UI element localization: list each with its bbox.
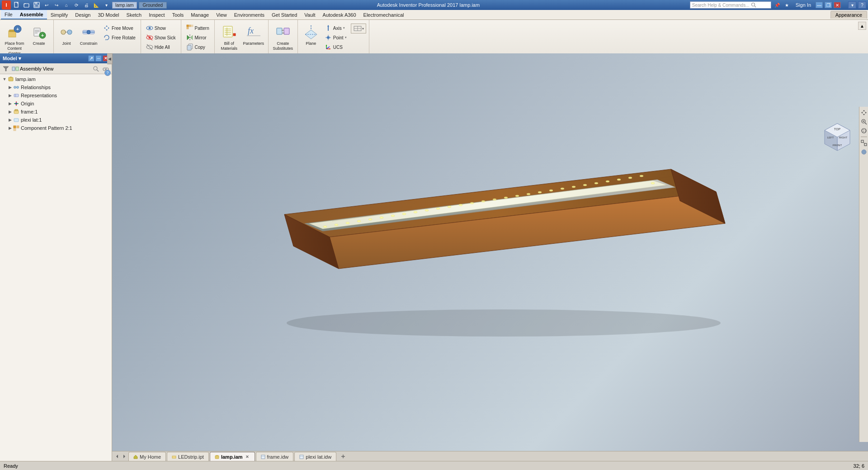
- view-dropdown-btn[interactable]: ▾: [351, 24, 366, 33]
- bill-of-materials-btn[interactable]: Bill ofMaterials: [217, 22, 241, 52]
- free-move-btn[interactable]: Free Move: [101, 24, 138, 33]
- tree-item-representations[interactable]: ▶ Representations: [0, 91, 112, 100]
- show-sick-btn[interactable]: Show Sick: [144, 33, 178, 42]
- svg-point-17: [61, 30, 66, 34]
- panel-float-btn[interactable]: ↗: [88, 55, 94, 62]
- appearance-tab[interactable]: Appearance: [830, 11, 867, 19]
- free-rotate-btn[interactable]: Free Rotate: [101, 33, 138, 42]
- menu-tools[interactable]: Tools: [169, 10, 188, 19]
- viewcube[interactable]: RIGHT LEFT TOP FRONT: [821, 121, 854, 155]
- tree-item-relationships[interactable]: ▶ Relationships: [0, 83, 112, 91]
- restore-btn[interactable]: ❐: [825, 2, 832, 8]
- expand-plexi-lat[interactable]: ▶: [7, 117, 13, 123]
- panel-minimize-btn[interactable]: ─: [95, 55, 102, 62]
- show-btn[interactable]: Show: [144, 24, 178, 33]
- help-btn[interactable]: ?: [858, 1, 866, 9]
- redo-btn[interactable]: ↪: [52, 1, 61, 9]
- menu-manage[interactable]: Manage: [187, 10, 212, 19]
- undo-btn[interactable]: ↩: [42, 1, 51, 9]
- menu-electromechanical[interactable]: Electromechanical: [360, 10, 408, 19]
- assembly-view-btn[interactable]: Assembly View: [12, 65, 53, 72]
- menu-3dmodel[interactable]: 3D Model: [94, 10, 123, 19]
- tab-lamp-iam-close[interactable]: ✕: [245, 454, 250, 460]
- expand-lamp-iam[interactable]: ▼: [2, 76, 7, 82]
- tree-item-plexi-lat[interactable]: ▶ plexi lat:1: [0, 116, 112, 124]
- viewport[interactable]: RIGHT LEFT TOP FRONT: [112, 53, 868, 461]
- tree-item-component-pattern[interactable]: ▶ Component Pattern 2:1: [0, 124, 112, 132]
- expand-relationships[interactable]: ▶: [7, 85, 13, 90]
- panel-collapse-handle[interactable]: ◀: [107, 53, 113, 64]
- point-btn[interactable]: Point▾: [322, 33, 349, 42]
- menu-autodesk360[interactable]: Autodesk A360: [319, 10, 360, 19]
- menu-environments[interactable]: Environments: [231, 10, 268, 19]
- svg-rect-166: [261, 455, 265, 459]
- tree-item-frame[interactable]: ▶ frame:1: [0, 108, 112, 116]
- expand-component-pattern[interactable]: ▶: [7, 125, 13, 131]
- expand-origin[interactable]: ▶: [7, 101, 13, 106]
- expand-representations[interactable]: ▶: [7, 93, 13, 98]
- tree-item-origin[interactable]: ▶ Origin: [0, 100, 112, 108]
- model-tree: ▼ lamp.iam ▶ Relationships ▶ Representat…: [0, 74, 112, 461]
- joint-btn[interactable]: Joint: [57, 22, 76, 52]
- constrain-btn[interactable]: Constrain: [77, 22, 100, 52]
- open-btn[interactable]: [23, 1, 31, 9]
- place-from-content-center-btn[interactable]: + Place fromContent Center: [3, 22, 26, 57]
- tree-filter-btn[interactable]: [2, 65, 10, 73]
- tab-lamp-iam[interactable]: lamp.iam ✕: [210, 452, 255, 461]
- filename-dropdown[interactable]: lamp.iam: [112, 2, 137, 9]
- pattern-btn[interactable]: Pattern: [184, 24, 212, 33]
- measure-btn[interactable]: 📐: [92, 1, 100, 9]
- mirror-btn[interactable]: Mirror: [184, 33, 212, 42]
- environment-dropdown[interactable]: Grounded: [139, 2, 167, 9]
- help-dropdown-btn[interactable]: ▾: [848, 1, 856, 9]
- menu-assemble[interactable]: Assemble: [16, 10, 47, 19]
- save-btn[interactable]: [33, 1, 41, 9]
- update-btn[interactable]: ⟳: [72, 1, 80, 9]
- hide-all-btn[interactable]: Hide All: [144, 43, 178, 52]
- create-btn[interactable]: + Create: [27, 22, 51, 52]
- menu-view[interactable]: View: [212, 10, 231, 19]
- menu-inspect[interactable]: Inspect: [145, 10, 168, 19]
- close-btn[interactable]: ✕: [834, 2, 841, 8]
- menu-get-started[interactable]: Get Started: [268, 10, 301, 19]
- menu-sketch[interactable]: Sketch: [123, 10, 146, 19]
- tree-item-lamp-iam[interactable]: ▼ lamp.iam: [0, 75, 112, 83]
- new-btn[interactable]: [13, 1, 21, 9]
- menu-file[interactable]: File: [1, 10, 16, 19]
- more-btn[interactable]: ▾: [102, 1, 110, 9]
- favorites-btn[interactable]: ★: [783, 1, 791, 9]
- zoom-tool-btn[interactable]: [860, 118, 868, 126]
- fit-tool-btn[interactable]: [860, 139, 868, 147]
- pan-tool-btn[interactable]: [860, 109, 868, 117]
- ucs-btn[interactable]: UCS: [322, 43, 349, 52]
- app-icon[interactable]: I: [2, 0, 11, 9]
- tab-nav-right[interactable]: [121, 452, 127, 461]
- menu-design[interactable]: Design: [71, 10, 94, 19]
- tab-my-home[interactable]: My Home: [128, 452, 166, 461]
- tab-ledstrip[interactable]: LEDstrip.ipt: [167, 452, 209, 461]
- tab-nav-left[interactable]: [114, 452, 120, 461]
- minimize-btn[interactable]: —: [816, 2, 823, 8]
- panel-help-btn[interactable]: ?: [104, 70, 111, 76]
- tree-search-btn[interactable]: [92, 65, 100, 73]
- expand-frame[interactable]: ▶: [7, 109, 13, 114]
- appearance-tool-btn[interactable]: [860, 148, 868, 156]
- tab-frame-idw[interactable]: frame.idw: [256, 452, 294, 461]
- create-substitutes-btn[interactable]: CreateSubstitutes: [271, 22, 295, 52]
- plane-btn[interactable]: Plane: [301, 22, 321, 52]
- pin-btn[interactable]: 📌: [773, 1, 781, 9]
- tab-plexi-lat-idw[interactable]: plexi lat.idw: [294, 452, 336, 461]
- orbit-tool-btn[interactable]: [860, 127, 868, 135]
- menu-simplify[interactable]: Simplify: [47, 10, 72, 19]
- ribbon-minimize-btn[interactable]: ▲: [858, 22, 866, 30]
- bom-label: Bill ofMaterials: [221, 41, 237, 51]
- search-input[interactable]: Search Help & Commands...: [690, 1, 771, 9]
- home-btn[interactable]: ⌂: [62, 1, 71, 9]
- axis-btn[interactable]: Axis▾: [322, 24, 349, 33]
- print-btn[interactable]: 🖨: [82, 1, 90, 9]
- tab-new-btn[interactable]: [339, 452, 347, 461]
- parameters-btn[interactable]: fx Parameters: [242, 22, 265, 52]
- copy-btn[interactable]: Copy: [184, 43, 212, 52]
- sign-in-btn[interactable]: Sign In: [793, 2, 814, 8]
- menu-vault[interactable]: Vault: [301, 10, 319, 19]
